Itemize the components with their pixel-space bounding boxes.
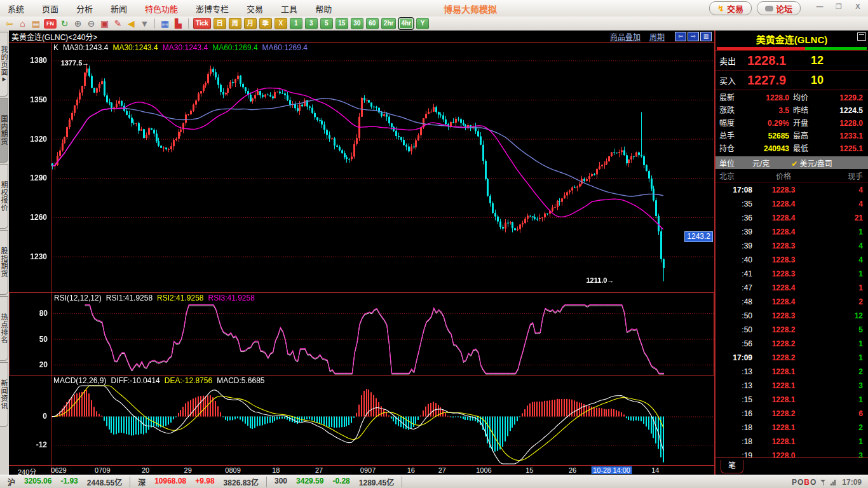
sidebar-tab-2[interactable]: 国内期货 [0, 98, 8, 163]
unit-option-ounce[interactable]: ✔美元/盎司 [791, 158, 832, 168]
tick-volume: 1 [815, 437, 863, 446]
index-change: -1.93 [60, 477, 78, 487]
session-low-label: 1211.0→ [586, 276, 614, 284]
minimize-button[interactable]: — [813, 2, 826, 12]
fn-badge-icon[interactable]: FN [44, 19, 57, 29]
restore-button[interactable]: ❐ [832, 2, 845, 12]
ask-label: 卖出 [719, 55, 747, 67]
tick-price: 1228.1 [752, 423, 815, 432]
status-bar: 沪3205.06-1.932448.55亿深10968.08+9.983826.… [0, 475, 868, 488]
index-value: 3205.06 [24, 477, 51, 487]
forum-button[interactable]: 论坛 [757, 1, 801, 15]
back-icon[interactable]: ⇦ [3, 18, 16, 29]
period-button-季[interactable]: 季 [259, 18, 272, 29]
sell-ratio-segment [717, 47, 805, 50]
menu-item-4[interactable]: 新闻 [111, 3, 127, 15]
period-button-60[interactable]: 60 [366, 18, 379, 29]
menu-item-2[interactable]: 页面 [42, 3, 58, 15]
period-button-X[interactable]: X [275, 18, 287, 29]
quote-maximize-button[interactable] [857, 32, 866, 41]
tick-time: :36 [719, 214, 752, 222]
sidebar-tab-6[interactable]: 新闻资讯 [0, 362, 8, 427]
news-page-icon[interactable]: ▤ [29, 18, 43, 29]
legend-item-4: MACD:5.6685 [217, 376, 264, 385]
period-link[interactable]: 周期 [649, 31, 665, 42]
tick-list-header: 北京 价格 现手 [715, 169, 868, 183]
menu-item-7[interactable]: 交易 [247, 3, 263, 15]
stat-label: 最高 [793, 130, 817, 142]
rsi-pane: RSI(12,12,12)RSI1:41.9258RSI2:41.9258RSI… [9, 292, 714, 376]
tick-row-5: :391228.34 [715, 239, 868, 253]
menu-item-9[interactable]: 帮助 [315, 3, 332, 15]
home-icon[interactable]: ⌂ [16, 18, 29, 29]
period-button-5[interactable]: 5 [320, 18, 333, 29]
tick-row-6: :401228.34 [715, 253, 868, 267]
sidebar-tab-5[interactable]: 热点排名 [0, 296, 8, 361]
forum-button-label: 论坛 [776, 3, 792, 15]
menu-item-3[interactable]: 分析 [76, 3, 93, 15]
stat-row-3: 幅度0.29%开盘1228.0 [715, 117, 868, 130]
stat-value: 1233.1 [817, 130, 863, 142]
sidebar-tab-3[interactable]: 期权报价 [0, 164, 8, 229]
tick-row-16: :151228.11 [715, 393, 868, 407]
period-button-月[interactable]: 月 [244, 18, 257, 29]
filter-icon[interactable]: ▼ [138, 18, 151, 29]
trade-button[interactable]: ↯交易 [709, 1, 752, 15]
sidebar: 我的页面▶国内期货期权报价股指期货热点排名新闻资讯 [0, 30, 9, 475]
tick-row-18: :181228.12 [715, 421, 868, 435]
tick-time: :13 [719, 367, 752, 376]
bid-row[interactable]: 买入 1227.9 10 [715, 70, 868, 90]
zoom-in-icon[interactable]: ⊕ [71, 18, 85, 29]
scroll-left-button[interactable]: ⇦ [675, 32, 686, 41]
draw-line-icon[interactable]: ✎ [111, 18, 125, 29]
tick-price: 1228.2 [752, 353, 815, 362]
tick-price: 1228.1 [752, 437, 815, 446]
period-button-4hr[interactable]: 4hr [398, 18, 414, 29]
x-axis-label-11: 1006 [476, 466, 491, 474]
ask-row[interactable]: 卖出 1228.1 12 [715, 50, 868, 70]
split-view-button[interactable]: ▥ [700, 32, 712, 41]
period-button-日[interactable]: 日 [214, 18, 226, 29]
menu-item-6[interactable]: 澎博专栏 [196, 3, 229, 15]
tab-bi[interactable]: 笔 [721, 460, 743, 473]
period-button-Tick[interactable]: Tick [193, 18, 211, 29]
legend-item-2: DIFF:-10.0414 [111, 376, 159, 385]
kline-chart-icon[interactable]: ▙ [172, 18, 185, 29]
toolbar-separator [154, 18, 155, 29]
menu-item-1[interactable]: 系统 [8, 3, 24, 15]
period-button-Y[interactable]: Y [416, 18, 429, 29]
tick-volume: 4 [815, 200, 863, 208]
stat-label: 总手 [719, 130, 743, 142]
period-button-15[interactable]: 15 [336, 18, 348, 29]
overlay-link[interactable]: 商品叠加 [610, 31, 641, 42]
price-chart-canvas[interactable] [9, 43, 714, 292]
period-button-1[interactable]: 1 [290, 18, 302, 29]
buy-sell-ratio-bar [717, 47, 867, 50]
tick-volume: 6 [815, 409, 863, 418]
sidebar-tab-1[interactable]: 我的页面▶ [0, 32, 8, 97]
period-button-2hr[interactable]: 2hr [381, 18, 397, 29]
rsi-canvas[interactable] [10, 293, 714, 375]
period-button-周[interactable]: 周 [229, 18, 241, 29]
unit-option-gram[interactable]: 元/克 [752, 158, 770, 168]
stat-value: 52685 [743, 130, 789, 142]
paint-icon[interactable]: ◀ [125, 18, 138, 29]
quote-table-icon[interactable]: ▦ [158, 18, 172, 29]
scroll-right-button[interactable]: ⇨ [688, 32, 699, 41]
toolbar-separator [188, 18, 189, 29]
period-button-30[interactable]: 30 [351, 18, 363, 29]
close-button[interactable]: X [851, 2, 864, 12]
macd-canvas[interactable] [9, 376, 714, 465]
overlay-icon[interactable]: ▣ [98, 18, 111, 29]
menu-item-5[interactable]: 特色功能 [145, 3, 178, 15]
buy-ratio-segment [805, 47, 867, 50]
stat-value: 1225.1 [817, 142, 863, 155]
refresh-icon[interactable]: ↻ [58, 18, 71, 29]
menu-item-8[interactable]: 工具 [281, 3, 297, 15]
period-button-3[interactable]: 3 [305, 18, 318, 29]
trade-button-label: 交易 [727, 3, 743, 15]
zoom-out-icon[interactable]: ⊖ [85, 18, 98, 29]
last-ma-price-tag: 1243.2 [684, 231, 713, 242]
price-pane: KMA30:1243.4MA30:1243.4MA30:1243.4MA60:1… [9, 43, 714, 292]
sidebar-tab-4[interactable]: 股指期货 [0, 230, 8, 295]
